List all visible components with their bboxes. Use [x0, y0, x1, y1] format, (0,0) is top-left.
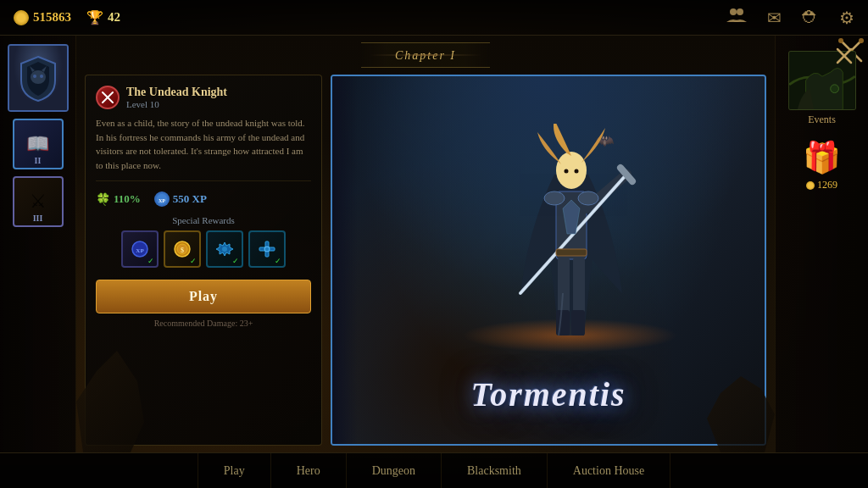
friends-icon[interactable] [726, 7, 747, 28]
svg-rect-42 [556, 310, 570, 336]
nav-dungeon[interactable]: Dungeon [347, 453, 442, 489]
trophy-icon: 🏆 [86, 9, 103, 25]
content-area: The Undead Knight Level 10 Even as a chi… [76, 68, 775, 452]
xp-icon: XP [154, 191, 170, 207]
topbar-right: ✉ ⛑ ⚙ [726, 7, 854, 28]
trophy-display: 🏆 42 [86, 9, 120, 25]
sidebar-slot-sword[interactable]: ⚔ III [13, 176, 64, 227]
quest-description: Even as a child, the story of the undead… [96, 116, 311, 181]
events-label: Events [808, 114, 836, 126]
clover-icon: 🍀 [96, 192, 110, 207]
chapter-header: Chapter I [361, 42, 490, 68]
topbar: 515863 🏆 42 ✉ ⛑ ⚙ [0, 0, 868, 36]
luck-stat: 🍀 110% [96, 192, 141, 207]
svg-rect-41 [573, 258, 585, 317]
svg-point-25 [222, 247, 227, 252]
warrior-svg [495, 124, 648, 378]
sidebar-slot-book[interactable]: 📖 II [13, 119, 64, 169]
topbar-left: 515863 🏆 42 [14, 9, 120, 25]
svg-point-35 [565, 169, 569, 173]
recommended-damage: Recommended Damage: 23+ [96, 319, 311, 328]
svg-point-37 [544, 191, 565, 205]
reward-coin[interactable]: $ [164, 230, 201, 268]
svg-rect-39 [556, 249, 587, 256]
quest-name: The Undead Knight [126, 86, 227, 99]
chest-icon: 🎁 [803, 140, 841, 175]
reward-xp[interactable]: XP [121, 230, 159, 268]
bottom-nav: Play Hero Dungeon Blacksmith Auction Hou… [0, 452, 868, 488]
chapter-title: Chapter I [395, 49, 456, 62]
nav-auction-house[interactable]: Auction House [548, 453, 670, 489]
coin-icon [14, 10, 29, 25]
svg-point-5 [33, 75, 36, 78]
svg-rect-43 [571, 310, 585, 336]
svg-point-6 [40, 75, 43, 78]
mail-icon[interactable]: ✉ [767, 8, 782, 28]
reward-gear1[interactable] [206, 230, 243, 268]
quest-icon [96, 86, 120, 109]
svg-point-2 [31, 70, 46, 84]
play-button[interactable]: Play [96, 280, 311, 313]
coin-amount: 515863 [33, 10, 71, 25]
quest-stats: 🍀 110% XP 550 XP [96, 191, 311, 207]
slot-level-iii: III [33, 214, 43, 223]
svg-text:XP: XP [159, 198, 165, 203]
close-button[interactable] [831, 42, 858, 69]
svg-point-36 [575, 169, 579, 173]
xp-stat: XP 550 XP [154, 191, 207, 207]
quest-level: Level 10 [126, 99, 227, 109]
hero-card[interactable] [8, 44, 69, 112]
nav-hero[interactable]: Hero [271, 453, 347, 489]
reward-gear2[interactable] [248, 230, 286, 268]
chest-coins-display: 1269 [806, 179, 837, 191]
right-sidebar: Events 🎁 1269 [775, 36, 868, 452]
main-content: Chapter I The Undead Knight Level 10 Eve… [76, 36, 775, 452]
small-coin-icon [806, 181, 815, 190]
book-icon: 📖 [26, 133, 49, 155]
svg-point-34 [556, 152, 587, 189]
xp-value: 550 XP [173, 192, 207, 206]
chest-button[interactable]: 🎁 1269 [803, 140, 841, 191]
quest-header: The Undead Knight Level 10 [96, 86, 311, 109]
svg-point-0 [730, 8, 737, 15]
rewards-row: XP $ [96, 230, 311, 268]
hero-portrait [9, 46, 67, 110]
svg-rect-40 [558, 258, 570, 317]
svg-point-13 [830, 85, 838, 93]
luck-value: 110% [114, 192, 141, 206]
svg-point-28 [264, 247, 270, 252]
sword-icon: ⚔ [30, 191, 47, 213]
svg-text:XP: XP [136, 247, 144, 254]
game-image: 🦇 [331, 75, 766, 446]
nav-play[interactable]: Play [198, 453, 271, 489]
helmet-icon[interactable]: ⛑ [802, 8, 819, 27]
nav-blacksmith[interactable]: Blacksmith [442, 453, 548, 489]
svg-text:$: $ [181, 247, 184, 254]
left-sidebar: 📖 II ⚔ III [0, 36, 76, 452]
quest-title-area: The Undead Knight Level 10 [126, 86, 227, 109]
svg-point-38 [578, 191, 598, 205]
slot-level-ii: II [35, 156, 42, 165]
svg-point-1 [737, 8, 743, 15]
coin-display: 515863 [14, 10, 71, 25]
chest-coin-amount: 1269 [817, 179, 837, 191]
game-title: Tormentis [332, 374, 765, 414]
trophy-count: 42 [108, 10, 120, 25]
special-rewards-label: Special Rewards [96, 215, 311, 225]
svg-point-10 [859, 38, 864, 43]
settings-icon[interactable]: ⚙ [839, 8, 854, 28]
